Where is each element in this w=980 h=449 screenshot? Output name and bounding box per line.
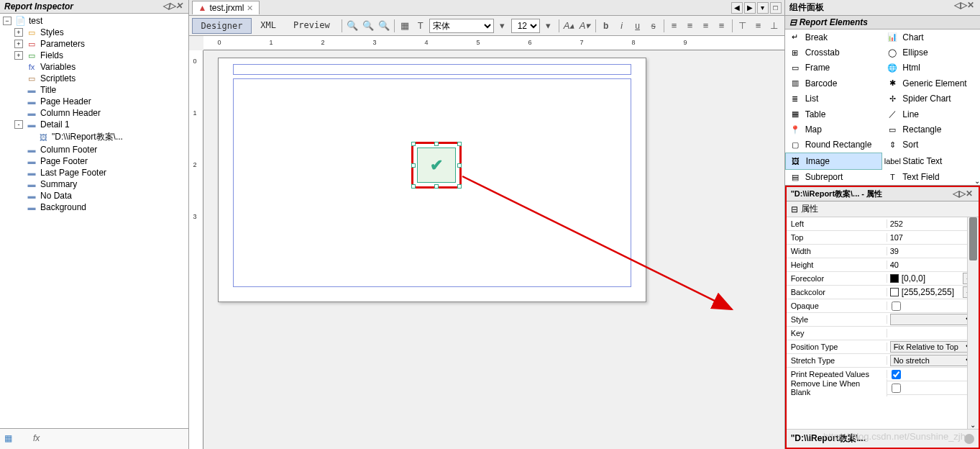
palette-close-icon[interactable]: ✕ <box>966 1 976 10</box>
align-justify-icon[interactable]: ≡ <box>715 19 729 33</box>
close-tab-icon[interactable]: ✕ <box>247 4 253 13</box>
palette-item-subreport[interactable]: ▤Subreport <box>785 170 883 185</box>
snap-icon[interactable]: ▦ <box>398 19 412 33</box>
report-page[interactable]: ✔ <box>218 58 646 302</box>
valign-bot-icon[interactable]: ⊥ <box>767 19 782 33</box>
props-section-header[interactable]: ⊟ 属性 <box>787 201 979 217</box>
underline-icon[interactable]: u <box>631 19 645 33</box>
zoom-in-icon[interactable]: 🔍 <box>361 19 375 33</box>
prop-checkbox[interactable] <box>892 384 901 393</box>
tree-node[interactable]: +▭Parameters <box>1 38 187 50</box>
prop-input[interactable] <box>890 260 976 269</box>
palette-item-map[interactable]: 📍Map <box>785 122 883 137</box>
xml-tab[interactable]: XML <box>252 18 285 34</box>
palette-icon: ✢ <box>887 94 898 104</box>
title-band[interactable] <box>233 64 631 75</box>
zoom-out-icon[interactable]: 🔍 <box>345 19 360 33</box>
palette-icon: ↵ <box>789 32 801 42</box>
maximize-icon[interactable]: □ <box>770 2 782 14</box>
strike-icon[interactable]: s <box>646 19 661 33</box>
preview-tab[interactable]: Preview <box>285 18 339 34</box>
prop-checkbox[interactable] <box>892 370 901 379</box>
tree-node[interactable]: ▬Page Footer <box>1 155 187 167</box>
font-select[interactable]: 宋体 <box>429 19 494 33</box>
palette-item-round-rectangle[interactable]: ▢Round Rectangle <box>785 137 883 153</box>
fx-icon[interactable]: fx <box>33 433 47 445</box>
palette-item-frame[interactable]: ▭Frame <box>785 60 883 76</box>
tree-node[interactable]: ▬Background <box>1 201 187 213</box>
bold-icon[interactable]: b <box>599 19 613 33</box>
palette-item-list[interactable]: ≣List <box>785 91 883 106</box>
tree-node[interactable]: 🖼"D:\\iReport教案\... <box>1 130 187 144</box>
palette-item-line[interactable]: ／Line <box>882 106 980 122</box>
palette-item-generic-element[interactable]: ✱Generic Element <box>882 76 980 91</box>
prop-select[interactable] <box>890 314 976 325</box>
valign-mid-icon[interactable]: ≡ <box>751 19 766 33</box>
prop-select[interactable]: No stretch <box>890 355 976 366</box>
tree-node[interactable]: +▭Fields <box>1 50 187 61</box>
props-scrollbar[interactable]: ⌄ <box>967 217 979 429</box>
palette-item-image[interactable]: 🖼Image <box>785 153 883 169</box>
tree-node[interactable]: ▭Scriptlets <box>1 73 187 84</box>
props-min-icon[interactable]: ◁▷ <box>953 190 963 199</box>
palette-item-rectangle[interactable]: ▭Rectangle <box>882 122 980 137</box>
palette-item-ellipse[interactable]: ◯Ellipse <box>882 45 980 60</box>
align-left-icon[interactable]: ≡ <box>667 19 682 33</box>
align-right-icon[interactable]: ≡ <box>699 19 713 33</box>
palette-item-table[interactable]: ▦Table <box>785 106 883 122</box>
prop-input[interactable] <box>890 219 976 228</box>
tab-next-icon[interactable]: ▶ <box>744 2 756 14</box>
tree-node[interactable]: fxVariables <box>1 61 187 73</box>
tree-node[interactable]: ▬Last Page Footer <box>1 167 187 178</box>
palette-item-crosstab[interactable]: ⊞Crosstab <box>785 45 883 60</box>
size-select[interactable]: 12 <box>511 19 540 33</box>
palette-item-sort[interactable]: ⇕Sort <box>882 137 980 153</box>
prop-select[interactable]: Fix Relative to Top <box>890 341 976 353</box>
tree-node[interactable]: -▬Detail 1 <box>1 119 187 130</box>
prop-input[interactable] <box>890 233 976 242</box>
tree-node[interactable]: ▬Page Header <box>1 96 187 107</box>
prop-input[interactable] <box>890 329 976 337</box>
font-inc-icon[interactable]: A▴ <box>562 19 577 33</box>
zoom-fit-icon[interactable]: 🔍 <box>377 19 391 33</box>
align-center-icon[interactable]: ≡ <box>683 19 697 33</box>
props-close-icon[interactable]: ✕ <box>964 190 974 199</box>
font-dec-icon[interactable]: ▾ <box>495 19 510 33</box>
tree-node[interactable]: ▬Column Header <box>1 107 187 119</box>
palette-item-chart[interactable]: 📊Chart <box>882 30 980 45</box>
image-element[interactable]: ✔ <box>411 142 462 189</box>
palette-item-html[interactable]: 🌐Html <box>882 60 980 76</box>
size-inc-icon[interactable]: ▾ <box>541 19 556 33</box>
tab-prev-icon[interactable]: ◀ <box>731 2 743 14</box>
valign-top-icon[interactable]: ⊤ <box>736 19 750 33</box>
tree-node[interactable]: ▬Column Footer <box>1 144 187 155</box>
palette-min-icon[interactable]: ◁▷ <box>954 1 964 10</box>
tree-node[interactable]: ▬Summary <box>1 178 187 190</box>
tree-node[interactable]: ▬Title <box>1 84 187 96</box>
font-dec2-icon[interactable]: A▾ <box>578 19 592 33</box>
tree-root[interactable]: − 📄 test <box>1 15 187 27</box>
minimize-icon[interactable]: ◁▷ <box>162 2 173 11</box>
file-tab[interactable]: ▲ test.jrxml ✕ <box>192 1 260 14</box>
node-icon: ▬ <box>26 145 37 155</box>
palette-item-text-field[interactable]: TText Field <box>882 170 980 185</box>
format-icon[interactable]: T <box>413 19 428 33</box>
scroll-thumb[interactable] <box>969 217 977 260</box>
tree-node[interactable]: +▭Styles <box>1 27 187 38</box>
palette-section-header[interactable]: ⊟ Report Elements <box>785 16 980 30</box>
italic-icon[interactable]: i <box>615 19 629 33</box>
tab-list-icon[interactable]: ▾ <box>757 2 769 14</box>
palette-scrollbar[interactable]: ⌄ <box>974 30 980 185</box>
prop-row: Left <box>787 217 979 231</box>
filter-icon[interactable]: ▦ <box>4 433 19 445</box>
tree-node[interactable]: ▬No Data <box>1 190 187 201</box>
palette-item-static-text[interactable]: labelStatic Text <box>882 153 980 169</box>
palette-item-break[interactable]: ↵Break <box>785 30 883 45</box>
designer-tab[interactable]: Designer <box>192 18 252 34</box>
color-swatch <box>890 288 899 296</box>
prop-checkbox[interactable] <box>892 301 901 311</box>
close-icon[interactable]: ✕ <box>174 2 184 11</box>
palette-item-barcode[interactable]: ▥Barcode <box>785 76 883 91</box>
palette-item-spider-chart[interactable]: ✢Spider Chart <box>882 91 980 106</box>
prop-input[interactable] <box>890 247 976 255</box>
